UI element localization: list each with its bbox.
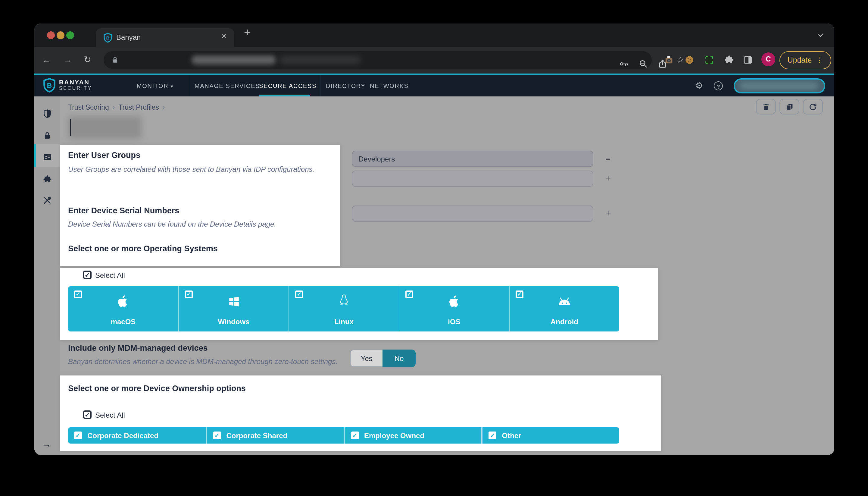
refresh-button[interactable] bbox=[803, 99, 823, 114]
ownership-other[interactable]: ✓ Other bbox=[482, 427, 620, 444]
serial-numbers-description: Device Serial Numbers can be found on th… bbox=[68, 220, 276, 229]
os-tile-linux[interactable]: ✓ Linux bbox=[289, 286, 399, 331]
org-selector-blurred[interactable] bbox=[734, 78, 825, 93]
update-button[interactable]: Update⋮ bbox=[779, 51, 831, 69]
svg-text:B: B bbox=[47, 81, 52, 89]
checkbox-checked-icon[interactable]: ✓ bbox=[213, 432, 221, 439]
lock-icon bbox=[111, 56, 119, 67]
traffic-light-zoom[interactable] bbox=[66, 31, 74, 39]
svg-text:B: B bbox=[106, 35, 109, 41]
delete-profile-button[interactable] bbox=[756, 99, 776, 114]
forward-button[interactable]: → bbox=[63, 54, 72, 65]
sidebar-item-lock-icon[interactable] bbox=[43, 131, 52, 143]
address-bar[interactable]: ☆ bbox=[103, 51, 652, 69]
sidebar-collapse-arrow-icon[interactable]: → bbox=[42, 439, 51, 449]
reload-button[interactable]: ↻ bbox=[84, 54, 91, 65]
apple-icon bbox=[399, 294, 509, 312]
breadcrumb-trust-profiles[interactable]: Trust Profiles bbox=[118, 104, 159, 111]
user-groups-description: User Groups are correlated with those se… bbox=[68, 165, 315, 174]
add-serial-number-button[interactable]: + bbox=[605, 208, 611, 219]
duplicate-profile-button[interactable] bbox=[779, 99, 799, 114]
ownership-select-all-checkbox[interactable]: ✓ bbox=[83, 410, 92, 419]
os-tile-macos[interactable]: ✓ macOS bbox=[68, 286, 178, 331]
sidebar-item-tools-icon[interactable] bbox=[43, 196, 52, 207]
left-sidebar: → bbox=[34, 96, 60, 455]
tab-close-icon[interactable]: ✕ bbox=[221, 33, 226, 41]
trash-icon bbox=[762, 102, 770, 111]
os-tile-windows[interactable]: ✓ Windows bbox=[178, 286, 289, 331]
brand-name-line1: BANYAN bbox=[59, 78, 90, 86]
os-tile-ios[interactable]: ✓ iOS bbox=[399, 286, 509, 331]
ownership-corporate-dedicated[interactable]: ✓ Corporate Dedicated bbox=[68, 427, 206, 444]
os-select-all-checkbox[interactable]: ✓ bbox=[83, 270, 92, 279]
checkbox-checked-icon[interactable]: ✓ bbox=[74, 432, 82, 439]
user-group-input-2[interactable] bbox=[352, 171, 593, 187]
sidebar-item-integrations-puzzle-icon[interactable] bbox=[43, 175, 52, 186]
blurred-url-text bbox=[192, 56, 276, 64]
blurred-org-name bbox=[740, 82, 818, 90]
device-ownership-title: Select one or more Device Ownership opti… bbox=[68, 384, 246, 393]
tab-title: Banyan bbox=[116, 33, 141, 42]
sidebar-item-trust-shield-icon[interactable] bbox=[43, 108, 52, 121]
os-tile-label: Android bbox=[510, 317, 619, 326]
screenshot-canvas: B Banyan ✕ + ← → ↻ bbox=[0, 0, 868, 496]
extension-cookie-icon[interactable] bbox=[684, 55, 694, 67]
os-tile-row: ✓ macOS ✓ Windows ✓ bbox=[68, 286, 619, 331]
tab-strip: B Banyan ✕ + bbox=[34, 24, 834, 47]
mdm-toggle-no[interactable]: No bbox=[383, 350, 416, 367]
new-tab-button[interactable]: + bbox=[244, 26, 251, 39]
bookmark-star-icon[interactable]: ☆ bbox=[676, 54, 684, 65]
refresh-icon bbox=[808, 102, 817, 111]
add-user-group-button[interactable]: + bbox=[605, 173, 611, 184]
browser-toolbar: ← → ↻ ☆ bbox=[34, 47, 834, 74]
ownership-label: Other bbox=[502, 431, 521, 440]
os-tile-label: Linux bbox=[289, 317, 399, 326]
operating-systems-title: Select one or more Operating Systems bbox=[68, 244, 218, 253]
traffic-light-minimize[interactable] bbox=[57, 31, 64, 39]
ownership-corporate-shared[interactable]: ✓ Corporate Shared bbox=[206, 427, 344, 444]
linux-tux-icon bbox=[289, 293, 399, 312]
tab-search-chevron-icon[interactable] bbox=[816, 31, 825, 42]
back-button[interactable]: ← bbox=[42, 54, 51, 65]
sidebar-item-trust-profiles-idcard-icon[interactable] bbox=[43, 153, 52, 164]
side-panel-icon[interactable] bbox=[743, 55, 753, 67]
zoom-out-icon[interactable] bbox=[639, 59, 648, 71]
remove-user-group-button[interactable]: − bbox=[605, 154, 611, 164]
ownership-employee-owned[interactable]: ✓ Employee Owned bbox=[344, 427, 482, 444]
nav-item-secure-access[interactable]: SECURE ACCESS bbox=[259, 82, 317, 89]
extension-camera-icon[interactable] bbox=[664, 55, 674, 67]
mdm-toggle-yes[interactable]: Yes bbox=[350, 350, 383, 367]
serial-number-input[interactable] bbox=[352, 205, 593, 222]
browser-profile-avatar[interactable]: C bbox=[761, 52, 775, 66]
ownership-label: Corporate Dedicated bbox=[87, 431, 158, 440]
browser-tab[interactable]: B Banyan ✕ bbox=[96, 28, 234, 47]
key-icon[interactable] bbox=[619, 59, 629, 71]
os-tile-android[interactable]: ✓ Android bbox=[509, 286, 619, 331]
breadcrumb-trust-scoring[interactable]: Trust Scoring bbox=[68, 104, 109, 111]
breadcrumb: Trust Scoring›Trust Profiles› bbox=[68, 104, 168, 111]
extension-capture-icon[interactable] bbox=[704, 55, 714, 67]
ownership-option-row: ✓ Corporate Dedicated ✓ Corporate Shared… bbox=[68, 427, 619, 444]
brand-name-line2: SECURITY bbox=[59, 86, 92, 91]
tab-favicon-shield-icon: B bbox=[103, 33, 113, 45]
page-content: → Trust Scoring›Trust Profiles› Enter Us… bbox=[34, 96, 834, 455]
user-group-input-1[interactable]: Developers bbox=[352, 151, 593, 167]
blurred-profile-name[interactable] bbox=[68, 116, 142, 139]
os-select-all-label: Select All bbox=[95, 271, 125, 280]
settings-gear-icon[interactable]: ⚙ bbox=[695, 80, 703, 91]
traffic-light-close[interactable] bbox=[47, 31, 55, 39]
checkbox-checked-icon[interactable]: ✓ bbox=[351, 432, 359, 439]
help-icon[interactable]: ? bbox=[714, 81, 723, 90]
ownership-label: Employee Owned bbox=[364, 431, 424, 440]
nav-item-monitor[interactable]: MONITOR ▾ bbox=[137, 82, 174, 89]
copy-icon bbox=[785, 102, 793, 111]
breadcrumb-separator: › bbox=[109, 104, 118, 111]
checkbox-checked-icon[interactable]: ✓ bbox=[489, 432, 497, 439]
nav-item-manage-services[interactable]: MANAGE SERVICES bbox=[195, 82, 260, 89]
nav-item-directory[interactable]: DIRECTORY bbox=[326, 82, 365, 89]
extensions-puzzle-icon[interactable] bbox=[724, 55, 734, 67]
banyan-nav-bar: B BANYAN SECURITY MONITOR ▾ MANAGE SERVI… bbox=[34, 74, 834, 96]
nav-item-networks[interactable]: NETWORKS bbox=[370, 82, 408, 89]
text-cursor bbox=[70, 119, 71, 136]
browser-menu-dots-icon: ⋮ bbox=[816, 57, 823, 63]
